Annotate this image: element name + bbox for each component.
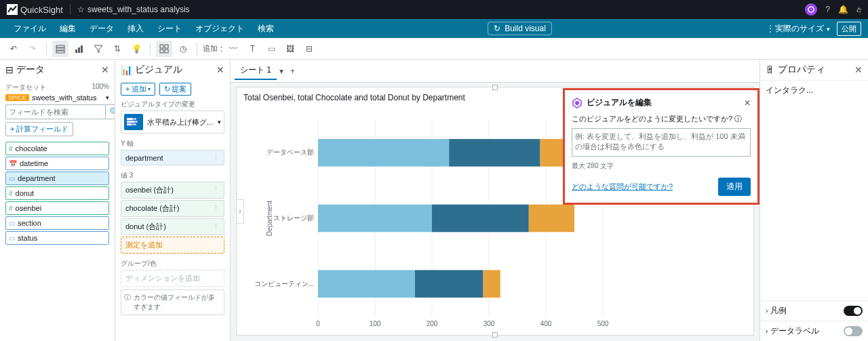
lightbulb-icon[interactable]: 💡 xyxy=(128,41,144,57)
grip-icon: ⋮ xyxy=(212,186,220,195)
field-chocolate[interactable]: #chocolate xyxy=(5,142,109,155)
field-section[interactable]: ▭section xyxy=(5,216,109,230)
add-image-icon[interactable]: 🖼 xyxy=(282,41,298,57)
suggest-button[interactable]: ↻ 提案 xyxy=(159,83,191,96)
add-shape-icon[interactable]: ▭ xyxy=(263,41,279,57)
filter-icon[interactable] xyxy=(90,41,106,57)
close-data-panel[interactable]: ✕ xyxy=(101,64,109,75)
grip-icon: ⋮ xyxy=(212,204,220,213)
legend-section[interactable]: 凡例 xyxy=(760,300,868,321)
search-icon[interactable]: 🔍 xyxy=(105,104,115,119)
interaction-section[interactable]: インタラク... xyxy=(760,80,868,100)
field-osenbei[interactable]: #osenbei xyxy=(5,201,109,215)
value-well[interactable]: donut (合計)⋮ xyxy=(121,218,224,235)
user-icon[interactable]: අ xyxy=(856,5,861,14)
sheet-tab-menu[interactable]: ▾ xyxy=(279,66,283,76)
publish-button[interactable]: 公開 xyxy=(837,22,861,36)
y-axis-label: Y 軸 xyxy=(121,139,224,148)
svg-rect-14 xyxy=(127,121,134,123)
color-warn-text: カラーの値フィールドが多すぎます xyxy=(134,293,221,312)
svg-rect-16 xyxy=(127,123,131,125)
value-label: 値 3 xyxy=(121,171,224,180)
add-line-icon[interactable]: 〰 xyxy=(225,41,241,57)
svg-rect-8 xyxy=(160,45,163,48)
notification-icon[interactable]: 🔔 xyxy=(838,5,848,14)
svg-rect-39 xyxy=(529,205,574,233)
ai-help-link[interactable]: どのような質問が可能ですか? xyxy=(572,182,673,192)
visual-toggle[interactable] xyxy=(71,41,87,57)
overflow-menu[interactable]: ⋮ xyxy=(766,23,775,34)
field-department[interactable]: ▭department xyxy=(5,172,109,185)
add-measure-well[interactable]: 測定を追加 xyxy=(121,237,224,254)
field-status[interactable]: ▭status xyxy=(5,231,109,245)
ai-close-button[interactable]: ✕ xyxy=(744,98,751,108)
datalabel-section[interactable]: データラベル xyxy=(760,321,868,341)
app-badge-icon[interactable] xyxy=(805,3,817,16)
group-label: グループ/色 xyxy=(121,259,224,268)
svg-rect-17 xyxy=(131,123,136,125)
star-icon: ☆ xyxy=(77,5,85,14)
color-warning: ⓘ カラーの値フィールドが多すぎます xyxy=(121,289,224,315)
svg-rect-4 xyxy=(56,51,64,53)
redo-button[interactable]: ↷ xyxy=(24,41,41,57)
chevron-down-icon: ▾ xyxy=(106,94,109,101)
group-well[interactable]: ディメンションを追加 xyxy=(121,270,224,287)
data-toggle[interactable] xyxy=(52,41,68,57)
analysis-title[interactable]: ☆ sweets_with_status analysis xyxy=(71,5,190,14)
svg-text:400: 400 xyxy=(540,320,552,327)
viz-type-name: 水平積み上げ棒グ... xyxy=(147,117,213,127)
svg-rect-41 xyxy=(318,270,415,298)
info-icon[interactable]: ⓘ xyxy=(734,114,742,124)
field-search-input[interactable] xyxy=(5,104,105,119)
menu-edit[interactable]: 編集 xyxy=(53,23,83,35)
viz-type-selector[interactable]: 水平積み上げ棒グ... ▾ xyxy=(121,111,224,134)
sheet-tab-1[interactable]: シート 1 xyxy=(235,62,277,80)
help-icon[interactable]: ? xyxy=(825,5,830,14)
props-toggle[interactable] xyxy=(156,41,172,57)
sort-icon[interactable]: ⇅ xyxy=(109,41,125,57)
close-props-panel[interactable]: ✕ xyxy=(854,64,863,75)
build-visual-button[interactable]: ↻ Build visual xyxy=(488,22,552,35)
calc-field-button[interactable]: + 計算フィールド xyxy=(5,122,73,136)
add-control-icon[interactable]: ⊟ xyxy=(301,41,317,57)
menu-insert[interactable]: 挿入 xyxy=(121,23,151,35)
add-sheet-button[interactable]: + xyxy=(286,66,299,76)
datalabel-label: データラベル xyxy=(770,325,819,337)
field-datetime[interactable]: 📅datetime xyxy=(5,157,109,170)
svg-rect-9 xyxy=(165,45,168,48)
value-well[interactable]: chocolate (合計)⋮ xyxy=(121,200,224,217)
svg-text:ストレージ部: ストレージ部 xyxy=(273,214,314,222)
menu-search[interactable]: 検索 xyxy=(251,23,281,35)
stacked-bar-icon xyxy=(124,114,143,130)
svg-point-46 xyxy=(575,101,579,105)
field-donut[interactable]: #donut xyxy=(5,186,109,200)
undo-button[interactable]: ↶ xyxy=(5,41,22,57)
clock-icon[interactable]: ◷ xyxy=(175,41,191,57)
menu-data[interactable]: データ xyxy=(83,23,121,35)
field-name: donut xyxy=(16,189,35,197)
menu-object[interactable]: オブジェクト xyxy=(189,23,251,35)
product-logo[interactable]: QuickSight xyxy=(7,4,71,15)
ai-apply-button[interactable]: 適用 xyxy=(718,178,751,196)
data-panel-title: データ xyxy=(16,64,45,76)
dataset-name: sweets_with_status xyxy=(32,94,106,102)
svg-rect-6 xyxy=(78,47,80,53)
svg-rect-10 xyxy=(160,49,163,53)
add-text-icon[interactable]: T xyxy=(244,41,260,57)
info-icon: ⓘ xyxy=(124,293,131,312)
legend-toggle[interactable] xyxy=(844,306,863,316)
add-visual-button[interactable]: + 追加 ▾ xyxy=(121,83,155,96)
size-dropdown[interactable]: 実際のサイズ xyxy=(775,23,830,35)
menu-file[interactable]: ファイル xyxy=(7,23,53,35)
val-name: chocolate (合計) xyxy=(125,203,179,214)
value-well[interactable]: osenbei (合計)⋮ xyxy=(121,182,224,199)
svg-text:100: 100 xyxy=(370,320,381,327)
ai-prompt-textarea[interactable] xyxy=(572,128,751,157)
expand-handle[interactable]: › xyxy=(236,199,244,224)
close-visual-panel[interactable]: ✕ xyxy=(216,64,224,75)
dataset-selector[interactable]: SPICE sweets_with_status ▾ xyxy=(5,94,109,102)
datalabel-toggle[interactable] xyxy=(844,326,863,336)
menu-sheet[interactable]: シート xyxy=(151,23,189,35)
y-axis-well[interactable]: department ⋮ xyxy=(121,150,224,165)
svg-text:0: 0 xyxy=(316,320,320,327)
